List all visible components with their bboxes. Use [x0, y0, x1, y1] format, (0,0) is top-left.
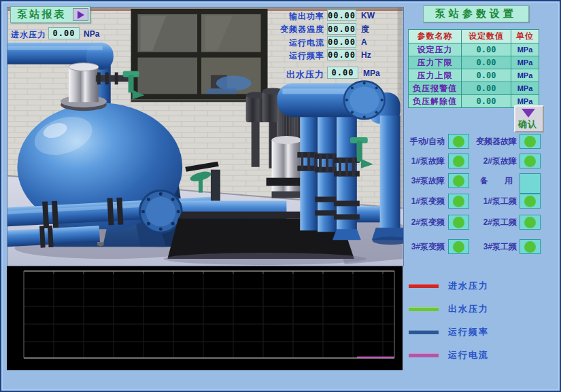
inlet-pressure-unit: NPa [84, 29, 99, 39]
legend-item: 出水压力 [409, 304, 489, 314]
metric-value: 00.00 [327, 36, 356, 48]
metric-unit: A [361, 37, 367, 47]
pump-station-hmi: 泵站报表 进水压力 0.00 NPa 输出功率 00.00 KW 变频器温度 0… [0, 0, 561, 392]
indicator-lamp-box [448, 239, 469, 254]
outlet-pressure-unit: MPa [363, 69, 380, 78]
param-value[interactable]: 0.00 [462, 69, 511, 82]
status-lamp [453, 241, 464, 253]
indicator-label: 2#泵变频 [400, 215, 445, 230]
indicator-label: 变频器故障 [468, 134, 517, 149]
status-lamp [453, 156, 464, 167]
param-value[interactable]: 0.00 [462, 56, 511, 69]
indicator-lamp-box [448, 215, 469, 230]
window [131, 9, 268, 102]
metric-value: 00.00 [327, 10, 356, 21]
indicator-label: 2#泵工频 [468, 215, 517, 230]
trend-chart [7, 266, 403, 370]
indicator-label: 手动/自动 [400, 134, 445, 149]
indicator-lamp-box [520, 194, 541, 209]
metric-label: 输出功率 [275, 11, 324, 22]
indicator-lamp-box [520, 239, 541, 254]
metric-unit: Hz [361, 50, 371, 60]
status-lamp [524, 136, 536, 147]
indicator-lamp-box [448, 134, 469, 149]
param-value[interactable]: 0.00 [462, 95, 511, 108]
indicator-label: 1#泵变频 [400, 194, 445, 209]
legend-swatch [409, 307, 439, 311]
settings-panel-title: 泵站参数设置 [423, 5, 529, 22]
table-row: 压力上限 0.00 MPa [409, 69, 539, 82]
outlet-pressure-label: 出水压力 [285, 69, 324, 81]
report-button[interactable]: 泵站报表 [10, 6, 90, 23]
col-header: 设定数值 [462, 30, 511, 43]
indicator-label: 2#泵故障 [468, 154, 517, 168]
report-button-label: 泵站报表 [11, 8, 73, 21]
outlet-manifold [277, 81, 384, 119]
metric-label: 运行电流 [275, 37, 324, 49]
status-lamp [524, 241, 536, 253]
trend-chart-grid [7, 266, 403, 370]
metric-label: 变频器温度 [275, 24, 324, 35]
indicator-label: 1#泵故障 [400, 154, 445, 168]
col-header: 单位 [511, 30, 539, 43]
indicator-label: 1#泵工频 [468, 194, 517, 209]
legend-item: 运行电流 [409, 351, 489, 360]
table-row: 压力下限 0.00 MPa [409, 56, 539, 69]
indicator-lamp-box [520, 154, 541, 168]
inlet-pressure-value: 0.00 [48, 27, 80, 39]
col-header: 参数名称 [409, 30, 462, 43]
parameter-table: 参数名称 设定数值 单位 设定压力 0.00 MPa 压力下限 0.00 MPa… [408, 29, 539, 108]
status-lamp [524, 196, 536, 207]
table-row: 负压报警值 0.00 MPa [409, 82, 539, 95]
indicator-lamp-box [448, 194, 469, 209]
legend-item: 进水压力 [409, 281, 489, 291]
metric-value: 00.00 [327, 49, 356, 60]
play-icon[interactable] [73, 8, 88, 21]
legend-swatch [409, 330, 439, 334]
status-lamp [453, 136, 464, 147]
indicator-label: 备 用 [468, 173, 517, 188]
pump-floor-shadow [163, 253, 366, 265]
indicator-lamp-box [520, 134, 541, 149]
status-lamp [524, 156, 536, 167]
legend-swatch [409, 284, 439, 288]
legend-swatch [409, 353, 439, 357]
legend-item: 运行频率 [409, 327, 489, 337]
parameter-table-header: 参数名称 设定数值 单位 [409, 30, 539, 43]
status-lamp [524, 217, 536, 228]
indicator-label: 3#泵工频 [468, 239, 517, 254]
outlet-pressure-value: 0.00 [327, 67, 358, 79]
metric-label: 运行频率 [275, 50, 324, 62]
status-lamp [453, 196, 464, 207]
param-value[interactable]: 0.00 [462, 43, 511, 56]
legend-label: 进水压力 [448, 280, 489, 292]
legend-label: 运行频率 [448, 326, 489, 338]
metric-value: 00.00 [327, 23, 356, 35]
confirm-triangle-icon [522, 109, 535, 118]
param-value[interactable]: 0.00 [462, 82, 511, 95]
inlet-pressure-label: 进水压力 [11, 29, 46, 41]
indicator-lamp-box [520, 215, 541, 230]
table-row: 设定压力 0.00 MPa [409, 43, 539, 56]
status-lamp [453, 175, 464, 187]
indicator-lamp-box [448, 154, 469, 168]
indicator-lamp-box [448, 173, 469, 188]
confirm-button-label: 确认 [518, 118, 537, 130]
confirm-button[interactable]: 确认 [514, 105, 544, 132]
legend-label: 出水压力 [448, 303, 489, 315]
indicator-label: 3#泵故障 [400, 173, 445, 188]
legend-label: 运行电流 [448, 349, 489, 361]
status-lamp [453, 217, 464, 228]
metric-unit: KW [361, 11, 375, 20]
metric-unit: 度 [361, 24, 369, 35]
indicator-label: 3#泵变频 [400, 239, 445, 254]
indicator-lamp-box [520, 173, 541, 194]
